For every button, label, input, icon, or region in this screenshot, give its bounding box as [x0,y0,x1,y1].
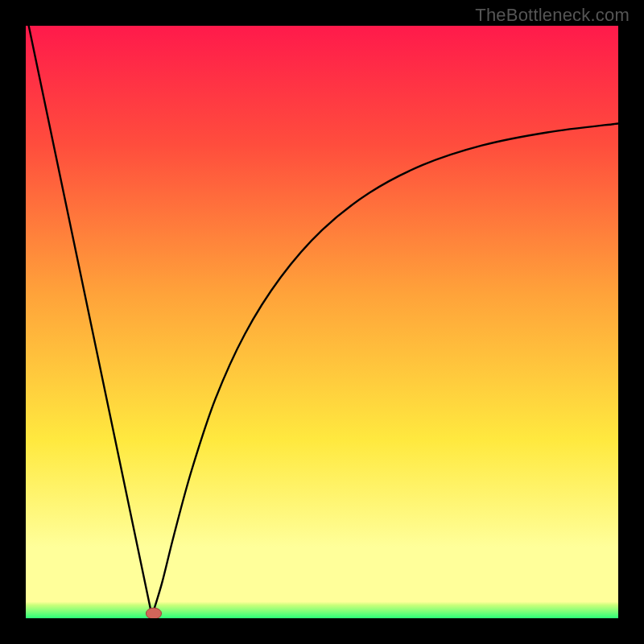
plot-area [26,26,618,618]
plot-svg [26,26,618,618]
chart-frame: TheBottleneck.com [0,0,644,644]
watermark-text: TheBottleneck.com [475,5,630,26]
optimal-point-marker [146,608,161,618]
gradient-background [26,26,618,618]
